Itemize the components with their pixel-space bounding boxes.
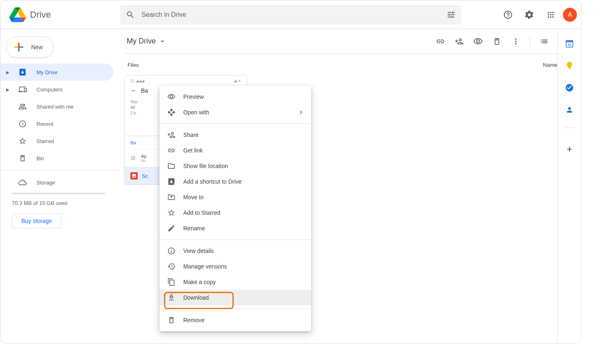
toolbar: My Drive (124, 29, 581, 54)
share-icon (167, 131, 175, 139)
recent-icon (18, 120, 27, 128)
drive-logo-icon (9, 7, 26, 23)
preview-button[interactable] (469, 32, 487, 50)
nav-label: My Drive (36, 69, 57, 75)
sidebar-item-computers[interactable]: ▶ Computers (0, 81, 114, 98)
computers-icon (18, 85, 27, 93)
menu-preview[interactable]: Preview (159, 89, 311, 105)
search-icon (126, 10, 135, 19)
calendar-addon[interactable]: 31 (565, 39, 574, 48)
pencil-icon (167, 224, 175, 232)
download-icon (167, 293, 175, 302)
menu-show-location[interactable]: Show file location (159, 158, 311, 174)
shortcut-icon (167, 177, 175, 186)
info-icon (167, 247, 175, 255)
settings-button[interactable] (520, 6, 538, 24)
breadcrumb[interactable]: My Drive (124, 35, 169, 47)
nav-label: Bin (36, 155, 44, 162)
buy-storage-button[interactable]: Buy storage (12, 214, 61, 228)
storage-meter (12, 193, 105, 194)
copy-icon (167, 278, 175, 286)
menu-share[interactable]: Share (159, 127, 311, 143)
eye-icon (473, 36, 483, 46)
search-options-icon[interactable] (446, 10, 456, 19)
support-button[interactable] (499, 6, 517, 24)
menu-view-details[interactable]: View details (159, 243, 311, 259)
menu-download[interactable]: Download (159, 290, 311, 305)
nav-label: Computers (36, 86, 63, 93)
new-button-label: New (31, 44, 43, 50)
menu-open-with[interactable]: Open with (159, 105, 311, 120)
tasks-icon (565, 83, 574, 92)
sidebar-item-bin[interactable]: Bin (0, 150, 114, 167)
sidebar-item-shared[interactable]: Shared with me (0, 98, 114, 115)
history-icon (167, 262, 175, 271)
menu-add-starred[interactable]: Add to Starred (159, 205, 311, 221)
sidebar-item-my-drive[interactable]: ▶ My Drive (0, 64, 114, 81)
link-icon (436, 37, 445, 46)
trash-icon (492, 37, 501, 46)
eye-icon (167, 93, 175, 101)
star-icon (167, 209, 175, 217)
trash-icon (18, 154, 27, 162)
chevron-down-icon (158, 37, 166, 46)
nav-label: Storage (36, 180, 55, 186)
trash-icon (167, 316, 175, 324)
logo-area[interactable]: Drive (9, 7, 120, 23)
account-avatar[interactable]: A (563, 8, 577, 22)
open-with-icon (167, 108, 175, 116)
menu-make-copy[interactable]: Make a copy (159, 274, 311, 290)
more-actions-button[interactable] (507, 32, 525, 50)
search-input[interactable] (141, 11, 440, 18)
my-drive-icon (18, 68, 27, 76)
menu-get-link[interactable]: Get link (159, 143, 311, 158)
calendar-icon: 31 (565, 39, 574, 48)
context-menu: Preview Open with Share Get link Show fi… (159, 86, 311, 331)
tasks-addon[interactable] (565, 83, 574, 92)
contacts-addon[interactable] (565, 105, 574, 114)
chevron-right-icon (297, 109, 305, 116)
get-link-button[interactable] (431, 32, 449, 50)
sidebar-item-storage[interactable]: Storage (0, 174, 114, 191)
file-name: Sc (142, 173, 148, 179)
keep-addon[interactable] (565, 61, 574, 70)
share-button[interactable] (450, 32, 468, 50)
nav-label: Recent (36, 121, 53, 127)
gear-icon (524, 10, 534, 20)
new-button[interactable]: New (6, 36, 54, 58)
header: Drive A (0, 0, 581, 29)
app-title: Drive (30, 9, 51, 20)
svg-text:31: 31 (567, 43, 572, 47)
help-icon (503, 10, 513, 20)
view-list-button[interactable] (535, 32, 553, 50)
get-addons-button[interactable] (561, 141, 578, 157)
svg-rect-1 (566, 41, 573, 43)
view-list-icon (540, 37, 549, 46)
plus-icon (565, 145, 574, 153)
menu-manage-versions[interactable]: Manage versions (159, 259, 311, 274)
menu-add-shortcut[interactable]: Add a shortcut to Drive (159, 174, 311, 189)
menu-move-to[interactable]: Move to (159, 189, 311, 205)
link-icon (167, 146, 175, 155)
files-section-label: Files (128, 62, 139, 68)
star-icon (18, 137, 27, 145)
delete-button[interactable] (488, 32, 506, 50)
shared-icon (18, 102, 27, 111)
image-file-icon (130, 172, 138, 180)
sidebar: New ▶ My Drive ▶ Computers Shared with m… (0, 29, 117, 343)
search-bar[interactable] (120, 5, 461, 25)
sidebar-item-recent[interactable]: Recent (0, 115, 114, 132)
menu-remove[interactable]: Remove (159, 312, 311, 328)
apps-button[interactable] (542, 6, 560, 24)
sidebar-item-starred[interactable]: Starred (0, 132, 114, 150)
more-vert-icon (511, 37, 520, 46)
apps-grid-icon (546, 10, 555, 19)
menu-rename[interactable]: Rename (159, 221, 311, 236)
breadcrumb-label: My Drive (127, 37, 156, 46)
plus-icon (12, 41, 25, 54)
keep-icon (565, 61, 574, 70)
sort-label-text: Name (543, 62, 557, 68)
side-panel: 31 (557, 30, 581, 343)
nav-label: Starred (36, 138, 54, 144)
storage-used-text: 70.3 MB of 15 GB used (12, 200, 117, 206)
